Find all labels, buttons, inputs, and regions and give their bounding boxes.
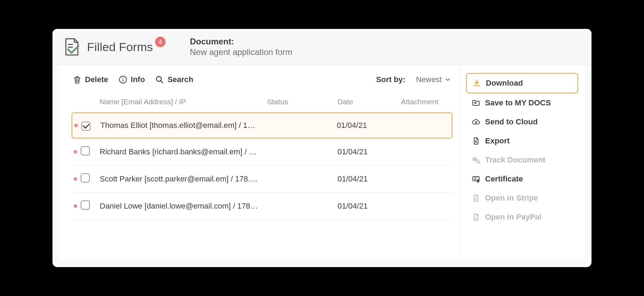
sort-select[interactable]: Newest	[416, 75, 451, 84]
column-name: Name [Email Address] / IP	[100, 98, 267, 106]
status-dot-icon	[74, 177, 77, 181]
certificate-button[interactable]: Certificate	[466, 169, 578, 189]
column-date: Date	[338, 98, 401, 106]
row-date: 01/04/21	[338, 202, 401, 211]
document-label: Document:	[190, 37, 292, 47]
info-button[interactable]: Info	[119, 75, 145, 84]
export-button[interactable]: Export	[466, 131, 578, 150]
table-header: Name [Email Address] / IP Status Date At…	[72, 94, 452, 112]
side-panel: Download Save to MY DOCS Send to Cloud	[460, 65, 584, 260]
row-date: 01/04/21	[338, 174, 401, 184]
table-row[interactable]: Scott Parker [scott.parker@email.em] / 1…	[72, 166, 452, 193]
svg-line-6	[161, 81, 163, 83]
download-button[interactable]: Download	[466, 73, 578, 93]
search-button[interactable]: Search	[155, 75, 193, 84]
table-row[interactable]: Richard Banks [richard.banks@email.em] /…	[72, 138, 452, 166]
send-to-cloud-button[interactable]: Send to Cloud	[466, 112, 578, 131]
document-name: New agent application form	[190, 47, 292, 57]
open-in-paypal-button: $ Open in PayPal	[466, 208, 578, 227]
status-dot-icon	[74, 150, 77, 154]
chevron-down-icon	[445, 76, 451, 83]
header-document-block: Document: New agent application form	[178, 29, 304, 65]
svg-text:$: $	[475, 216, 477, 220]
row-name: Richard Banks [richard.banks@email.em] /…	[100, 147, 267, 156]
download-label: Download	[486, 79, 523, 88]
svg-point-3	[123, 78, 124, 79]
sort-value-text: Newest	[416, 75, 442, 84]
row-name: Daniel Lowe [daniel.lowe@email.com] / 17…	[100, 202, 267, 211]
open-in-paypal-label: Open in PayPal	[485, 212, 541, 222]
column-status: Status	[267, 98, 338, 106]
column-attachment: Attachment	[401, 98, 450, 106]
row-checkbox[interactable]	[81, 122, 91, 131]
svg-text:$: $	[475, 197, 477, 201]
svg-rect-4	[123, 79, 123, 82]
content: Delete Info Search	[60, 65, 584, 260]
stage: Filled Forms 4 Document: New agent appli…	[0, 0, 644, 296]
sort-by-label: Sort by:	[376, 75, 405, 84]
certificate-icon	[472, 175, 480, 183]
svg-rect-9	[473, 177, 479, 181]
track-document-button: Track Document	[466, 150, 578, 169]
delete-button[interactable]: Delete	[73, 75, 108, 84]
info-icon	[119, 75, 127, 84]
row-checkbox[interactable]	[81, 173, 90, 183]
info-label: Info	[131, 75, 145, 84]
svg-line-8	[479, 162, 480, 164]
main-panel: Delete Info Search	[60, 65, 460, 260]
track-document-label: Track Document	[485, 155, 545, 165]
document-dollar-icon: $	[472, 213, 480, 221]
search-icon	[155, 75, 164, 84]
open-in-stripe-label: Open in Stripe	[485, 193, 538, 203]
document-dollar-icon: $	[472, 194, 480, 202]
row-checkbox[interactable]	[81, 146, 90, 155]
delete-label: Delete	[85, 75, 108, 84]
row-date: 01/04/21	[338, 147, 401, 156]
forms-count-badge: 4	[155, 37, 166, 47]
certificate-label: Certificate	[485, 174, 523, 184]
header-title-block: Filled Forms 4	[52, 29, 178, 65]
cloud-upload-icon	[472, 118, 480, 126]
app-window: Filled Forms 4 Document: New agent appli…	[52, 29, 592, 267]
save-to-my-docs-label: Save to MY DOCS	[485, 98, 551, 107]
export-label: Export	[485, 136, 510, 146]
status-dot-icon	[74, 204, 77, 208]
folder-arrow-icon	[472, 99, 480, 107]
status-dot-icon	[74, 124, 78, 127]
export-icon	[472, 137, 480, 145]
page-title: Filled Forms	[87, 40, 153, 54]
trash-icon	[73, 75, 81, 84]
row-name: Scott Parker [scott.parker@email.em] / 1…	[100, 174, 267, 184]
filled-forms-icon	[62, 37, 81, 56]
row-checkbox[interactable]	[81, 201, 90, 210]
header: Filled Forms 4 Document: New agent appli…	[52, 29, 592, 65]
barcode-search-icon	[472, 156, 480, 164]
table-row[interactable]: Daniel Lowe [daniel.lowe@email.com] / 17…	[72, 193, 452, 220]
save-to-my-docs-button[interactable]: Save to MY DOCS	[466, 93, 578, 112]
row-name: Thomas Elliot [thomas.elliot@email.em] /…	[100, 121, 266, 130]
download-icon	[472, 79, 481, 87]
open-in-stripe-button: $ Open in Stripe	[466, 189, 578, 208]
table-row[interactable]: Thomas Elliot [thomas.elliot@email.em] /…	[72, 112, 452, 138]
send-to-cloud-label: Send to Cloud	[485, 117, 538, 127]
search-label: Search	[167, 75, 193, 84]
toolbar: Delete Info Search	[72, 74, 452, 94]
row-date: 01/04/21	[337, 121, 400, 130]
